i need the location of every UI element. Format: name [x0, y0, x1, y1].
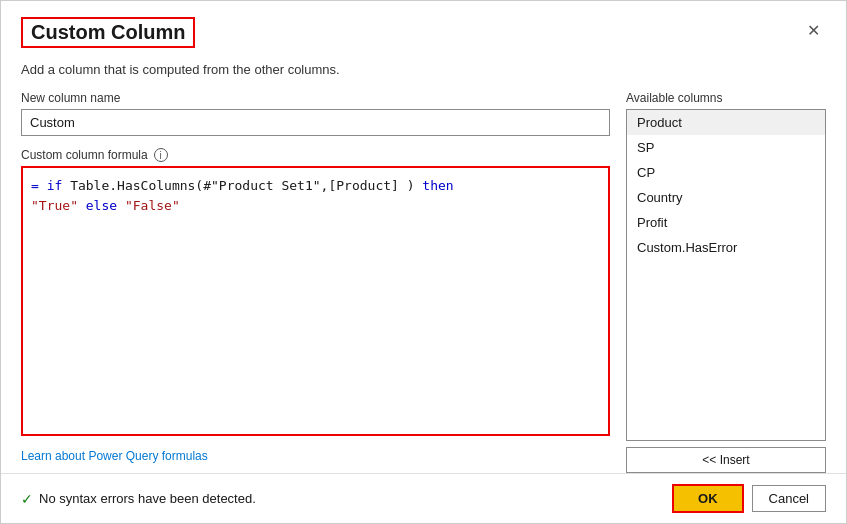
status-text: No syntax errors have been detected. [39, 491, 256, 506]
content-area: New column name Custom column formula i … [21, 91, 826, 473]
dialog-header: Custom Column ✕ [1, 1, 846, 56]
dialog-footer: ✓ No syntax errors have been detected. O… [1, 473, 846, 523]
column-item-country[interactable]: Country [627, 185, 825, 210]
dialog-subtitle: Add a column that is computed from the o… [21, 62, 826, 77]
dialog-body: Add a column that is computed from the o… [1, 56, 846, 473]
cancel-button[interactable]: Cancel [752, 485, 826, 512]
column-name-label: New column name [21, 91, 610, 105]
custom-column-dialog: Custom Column ✕ Add a column that is com… [0, 0, 847, 524]
column-item-cp[interactable]: CP [627, 160, 825, 185]
column-item-custom-haserror[interactable]: Custom.HasError [627, 235, 825, 260]
column-name-input[interactable] [21, 109, 610, 136]
formula-label-text: Custom column formula [21, 148, 148, 162]
column-item-sp[interactable]: SP [627, 135, 825, 160]
formula-label-row: Custom column formula i [21, 148, 610, 162]
right-panel: Available columns Product SP CP Country … [626, 91, 826, 473]
info-icon[interactable]: i [154, 148, 168, 162]
columns-list: Product SP CP Country Profit Custom.HasE… [626, 109, 826, 441]
formula-content: = if Table.HasColumns(#"Product Set1",[P… [31, 176, 600, 215]
column-item-product[interactable]: Product [627, 110, 825, 135]
status-area: ✓ No syntax errors have been detected. [21, 491, 256, 507]
insert-button[interactable]: << Insert [626, 447, 826, 473]
close-button[interactable]: ✕ [801, 19, 826, 42]
formula-editor[interactable]: = if Table.HasColumns(#"Product Set1",[P… [21, 166, 610, 436]
column-item-profit[interactable]: Profit [627, 210, 825, 235]
dialog-title: Custom Column [21, 17, 195, 48]
learn-link-container: Learn about Power Query formulas [21, 448, 610, 463]
check-icon: ✓ [21, 491, 33, 507]
left-panel: New column name Custom column formula i … [21, 91, 610, 473]
ok-button[interactable]: OK [672, 484, 744, 513]
footer-buttons: OK Cancel [672, 484, 826, 513]
available-columns-label: Available columns [626, 91, 826, 105]
learn-link[interactable]: Learn about Power Query formulas [21, 449, 208, 463]
